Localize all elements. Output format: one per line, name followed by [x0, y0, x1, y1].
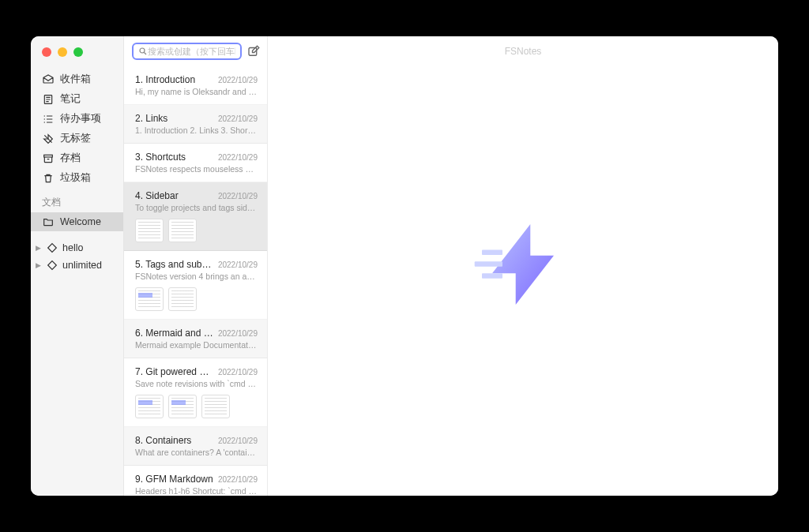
- note-icon: [42, 93, 55, 106]
- note-date: 2022/10/29: [218, 368, 258, 377]
- sidebar-item-notes[interactable]: 笔记: [31, 89, 123, 109]
- note-title: 4. Sidebar: [135, 190, 213, 201]
- search-input[interactable]: [148, 47, 235, 56]
- thumbnail-icon: [201, 395, 230, 418]
- note-date: 2022/10/29: [218, 192, 258, 200]
- sidebar-item-label: 无标签: [60, 132, 91, 145]
- note-title: 1. Introduction: [135, 74, 213, 85]
- app-logo-icon: [472, 213, 574, 319]
- trash-icon: [42, 172, 55, 185]
- svg-rect-7: [482, 249, 502, 255]
- tag-icon: [46, 259, 58, 272]
- thumbnail-icon: [168, 219, 197, 242]
- note-item[interactable]: 8. Containers2022/10/29 What are contain…: [124, 427, 267, 466]
- todo-icon: [42, 113, 55, 126]
- thumbnail-icon: [135, 395, 164, 418]
- note-preview: Save note revisions with `cmd + s`: [135, 379, 258, 388]
- note-date: 2022/10/29: [218, 329, 258, 338]
- sidebar-item-todo[interactable]: 待办事项: [31, 109, 123, 129]
- note-preview: FSNotes respects mouseless usage,: [135, 164, 258, 174]
- sidebar: 收件箱 笔记 待办事项 无标签 存档: [31, 36, 124, 496]
- chevron-right-icon: ▶: [36, 244, 42, 252]
- inbox-icon: [42, 73, 55, 86]
- note-item[interactable]: 6. Mermaid and M...2022/10/29 Mermaid ex…: [124, 320, 267, 358]
- note-title: 2. Links: [135, 113, 213, 124]
- note-title: 5. Tags and subtags: [135, 259, 213, 270]
- svg-rect-1: [44, 155, 53, 157]
- note-title: 7. Git powered ver...: [135, 366, 213, 377]
- note-preview: To toggle projects and tags sidebar: [135, 203, 258, 212]
- thumbnail-icon: [135, 287, 164, 311]
- note-preview: 1. Introduction 2. Links 3. Shortcuts: [135, 126, 258, 135]
- folder-icon: [42, 215, 55, 228]
- sidebar-item-label: 收件箱: [60, 73, 91, 86]
- note-title: 9. GFM Markdown: [135, 474, 213, 485]
- search-input-wrap[interactable]: [132, 43, 242, 60]
- note-preview: FSNotes version 4 brings an amazing: [135, 272, 258, 281]
- sidebar-tag-label: unlimited: [62, 260, 102, 271]
- note-thumbnails: [135, 395, 258, 418]
- notes-scroll[interactable]: 1. Introduction2022/10/29 Hi, my name is…: [124, 66, 267, 496]
- sidebar-tag-label: hello: [62, 242, 83, 253]
- note-date: 2022/10/29: [218, 114, 258, 123]
- note-item[interactable]: 2. Links2022/10/29 1. Introduction 2. Li…: [124, 105, 267, 144]
- sidebar-folder-welcome[interactable]: Welcome: [31, 212, 123, 231]
- sidebar-item-label: 笔记: [60, 92, 81, 106]
- close-icon[interactable]: [42, 47, 51, 57]
- note-list-header: [124, 36, 267, 66]
- svg-point-2: [140, 48, 145, 53]
- sidebar-item-archive[interactable]: 存档: [31, 148, 123, 168]
- sidebar-folder-label: Welcome: [60, 216, 101, 227]
- sidebar-tag-hello[interactable]: ▶ hello: [31, 239, 123, 257]
- note-date: 2022/10/29: [218, 436, 258, 445]
- compose-icon[interactable]: [246, 44, 261, 58]
- sidebar-item-label: 垃圾箱: [60, 171, 91, 185]
- app-title: FSNotes: [268, 46, 778, 57]
- minimize-icon[interactable]: [58, 47, 67, 57]
- note-title: 8. Containers: [135, 435, 213, 446]
- note-item[interactable]: 7. Git powered ver...2022/10/29 Save not…: [124, 358, 267, 427]
- svg-rect-9: [482, 273, 502, 279]
- svg-rect-8: [475, 261, 502, 267]
- note-item[interactable]: 3. Shortcuts2022/10/29 FSNotes respects …: [124, 144, 267, 182]
- chevron-right-icon: ▶: [36, 261, 42, 269]
- search-icon: [138, 47, 148, 56]
- zoom-icon[interactable]: [73, 47, 83, 57]
- note-preview: Mermaid example Documentation:: [135, 340, 258, 350]
- sidebar-item-untagged[interactable]: 无标签: [31, 129, 123, 148]
- note-date: 2022/10/29: [218, 475, 258, 484]
- thumbnail-icon: [168, 395, 197, 418]
- thumbnail-icon: [168, 287, 197, 311]
- note-preview: What are containers? A 'container' is: [135, 448, 258, 457]
- note-title: 3. Shortcuts: [135, 152, 213, 163]
- note-item[interactable]: 4. Sidebar2022/10/29 To toggle projects …: [124, 182, 267, 251]
- note-item[interactable]: 9. GFM Markdown2022/10/29 Headers h1-h6 …: [124, 466, 267, 496]
- note-thumbnails: [135, 219, 258, 242]
- note-date: 2022/10/29: [218, 76, 258, 84]
- sidebar-item-trash[interactable]: 垃圾箱: [31, 168, 123, 188]
- sidebar-item-label: 存档: [60, 152, 81, 165]
- note-list: 1. Introduction2022/10/29 Hi, my name is…: [124, 36, 268, 496]
- sidebar-item-label: 待办事项: [60, 112, 101, 126]
- note-preview: Headers h1-h6 Shortcut: `cmd + 1-6`: [135, 486, 258, 496]
- window-controls: [42, 47, 83, 57]
- note-preview: Hi, my name is Oleksandr and I am: [135, 87, 258, 96]
- sidebar-section-documents: 文档: [31, 188, 123, 212]
- editor-area: FSNotes: [268, 36, 778, 496]
- archive-icon: [42, 152, 55, 165]
- note-item[interactable]: 1. Introduction2022/10/29 Hi, my name is…: [124, 66, 267, 105]
- sidebar-item-inbox[interactable]: 收件箱: [31, 69, 123, 89]
- untagged-icon: [42, 133, 55, 145]
- note-date: 2022/10/29: [218, 260, 258, 269]
- app-window: 收件箱 笔记 待办事项 无标签 存档: [31, 36, 778, 496]
- note-item[interactable]: 5. Tags and subtags2022/10/29 FSNotes ve…: [124, 251, 267, 320]
- tag-icon: [46, 242, 58, 254]
- sidebar-tag-unlimited[interactable]: ▶ unlimited: [31, 257, 123, 274]
- note-date: 2022/10/29: [218, 153, 258, 162]
- thumbnail-icon: [135, 219, 164, 242]
- note-title: 6. Mermaid and M...: [135, 328, 213, 339]
- note-thumbnails: [135, 287, 258, 311]
